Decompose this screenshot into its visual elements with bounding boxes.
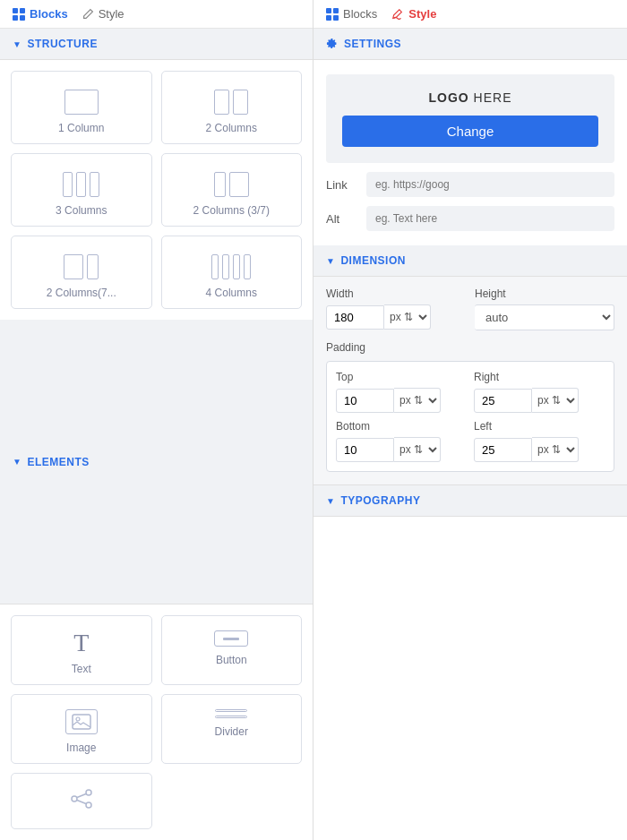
left-blocks-tab[interactable]: Blocks	[13, 7, 68, 21]
padding-right-input[interactable]	[474, 389, 532, 413]
alt-input[interactable]	[366, 206, 614, 231]
padding-top-row: px ⇅	[336, 388, 467, 413]
right-style-label: Style	[408, 7, 436, 21]
padding-left-row: px ⇅	[474, 437, 605, 462]
width-unit-select[interactable]: px ⇅ % em	[384, 304, 431, 330]
dimension-chevron: ▼	[326, 256, 335, 266]
right-panel-header: Blocks Style	[314, 0, 627, 29]
block-2col7[interactable]: 2 Columns(7...	[11, 236, 152, 309]
padding-top-field: Top px ⇅	[336, 371, 467, 413]
gear-icon	[326, 38, 339, 50]
padding-section: Padding Top px ⇅ Right	[314, 341, 627, 484]
col-3col-box3	[90, 172, 99, 197]
col-4col-box3	[233, 254, 240, 279]
height-field: Height auto px	[475, 287, 614, 330]
block-3col[interactable]: 3 Columns	[11, 153, 152, 227]
svg-point-4	[86, 802, 91, 808]
button-icon-inner	[223, 638, 239, 640]
block-3col-label: 3 Columns	[56, 204, 107, 217]
pencil-icon	[82, 8, 94, 20]
padding-bottom-unit[interactable]: px ⇅	[394, 437, 441, 462]
padding-bottom-row: px ⇅	[336, 437, 467, 462]
right-panel: Blocks Style SETTINGS LOGO HERE Change L…	[314, 0, 627, 840]
element-divider[interactable]: Divider	[161, 694, 303, 764]
padding-grid: Top px ⇅ Right px ⇅	[336, 371, 605, 462]
brush-icon	[391, 8, 404, 21]
col-4col-box2	[222, 254, 229, 279]
svg-line-5	[77, 794, 86, 798]
typography-chevron: ▼	[326, 496, 335, 506]
elements-section-header: ▼ ELEMENTS	[0, 320, 313, 604]
padding-right-row: px ⇅	[474, 388, 605, 413]
right-blocks-tab[interactable]: Blocks	[326, 7, 377, 21]
alt-field-row: Alt	[326, 206, 614, 231]
left-style-tab[interactable]: Style	[82, 7, 125, 21]
typography-section-header: ▼ TYPOGRAPHY	[314, 484, 627, 517]
settings-title: SETTINGS	[344, 38, 401, 50]
elements-chevron: ▼	[13, 457, 21, 467]
block-2col37[interactable]: 2 Columns (3/7)	[161, 153, 303, 227]
image-icon-svg	[72, 714, 91, 730]
padding-bottom-input[interactable]	[336, 438, 394, 462]
divider-icon	[215, 709, 247, 718]
height-label: Height	[475, 287, 614, 300]
col-2col-icon	[214, 86, 248, 115]
block-4col-label: 4 Columns	[206, 287, 257, 299]
block-2col[interactable]: 2 Columns	[161, 71, 303, 144]
col-2col37-box2	[229, 172, 249, 197]
col-1col-box	[64, 90, 99, 115]
col-2col-box1	[214, 90, 229, 115]
right-blocks-icon	[326, 8, 339, 21]
typography-title: TYPOGRAPHY	[340, 494, 420, 507]
element-text[interactable]: T Text	[11, 615, 152, 685]
height-input-row: auto px	[475, 304, 614, 330]
element-image[interactable]: Image	[11, 694, 152, 764]
right-style-tab[interactable]: Style	[391, 7, 436, 21]
width-input[interactable]	[326, 305, 384, 330]
block-1col-label: 1 Column	[58, 122, 104, 134]
structure-title: STRUCTURE	[27, 38, 98, 50]
col-3col-box1	[63, 172, 73, 197]
block-4col[interactable]: 4 Columns	[161, 236, 303, 309]
col-4col-box4	[244, 254, 251, 279]
left-panel: Blocks Style ▼ STRUCTURE 1 Column 2 Col	[0, 0, 314, 840]
divider-line1	[215, 709, 247, 712]
padding-bottom-field: Bottom px ⇅	[336, 420, 467, 462]
svg-point-1	[76, 717, 80, 721]
link-input[interactable]	[366, 172, 614, 197]
block-1col[interactable]: 1 Column	[11, 71, 152, 144]
logo-strong: LOGO	[428, 90, 468, 105]
svg-line-6	[77, 801, 86, 804]
dimension-section-header: ▼ DIMENSION	[314, 245, 627, 277]
logo-text: LOGO HERE	[428, 90, 511, 105]
block-2col-label: 2 Columns	[206, 122, 257, 134]
col-4col-icon	[211, 251, 251, 279]
padding-left-input[interactable]	[474, 438, 532, 462]
link-label: Link	[326, 178, 357, 192]
svg-point-3	[72, 796, 77, 801]
height-value-select[interactable]: auto px	[475, 304, 614, 330]
padding-left-label: Left	[474, 420, 605, 433]
element-image-label: Image	[66, 741, 96, 754]
elements-title: ELEMENTS	[27, 456, 89, 468]
padding-left-unit[interactable]: px ⇅	[532, 437, 579, 462]
padding-top-label: Top	[336, 371, 467, 383]
element-share[interactable]	[11, 773, 152, 829]
block-2col7-label: 2 Columns(7...	[47, 287, 116, 299]
padding-right-label: Right	[474, 371, 605, 383]
logo-preview: LOGO HERE Change	[326, 74, 614, 163]
width-field: Width px ⇅ % em	[326, 287, 466, 330]
element-button[interactable]: Button	[161, 615, 303, 685]
width-input-row: px ⇅ % em	[326, 304, 466, 330]
structure-grid: 1 Column 2 Columns 3 Columns 2 C	[0, 60, 313, 320]
col-2col7-box2	[87, 254, 99, 279]
settings-area: LOGO HERE Change Link Alt	[314, 60, 627, 245]
col-2col37-icon	[214, 168, 249, 197]
elements-grid: T Text Button Image	[0, 604, 313, 840]
padding-top-unit[interactable]: px ⇅	[394, 388, 441, 413]
padding-top-input[interactable]	[336, 389, 394, 413]
blocks-icon	[13, 8, 25, 21]
padding-right-field: Right px ⇅	[474, 371, 605, 413]
padding-right-unit[interactable]: px ⇅	[532, 388, 579, 413]
change-button[interactable]: Change	[342, 116, 598, 147]
